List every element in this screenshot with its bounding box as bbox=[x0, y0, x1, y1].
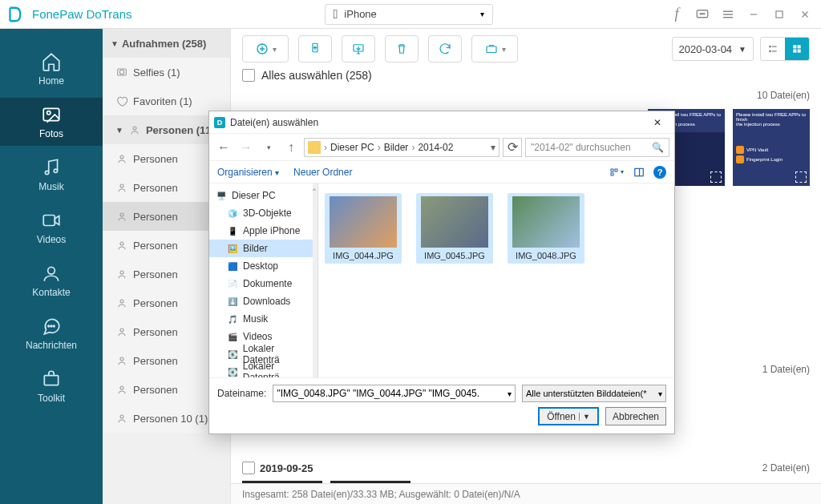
to-device-button[interactable] bbox=[298, 35, 332, 62]
to-pc-button[interactable] bbox=[342, 35, 375, 62]
titlebar: FonePaw DoTrans  iPhone ▾ f bbox=[0, 0, 821, 29]
chevron-down-icon: ▾ bbox=[502, 45, 506, 54]
svg-rect-9 bbox=[43, 216, 55, 226]
breadcrumb[interactable]: › Dieser PC › Bilder › 2014-02 ▾ bbox=[304, 138, 499, 157]
sidebar-item-contacts[interactable]: Kontakte bbox=[0, 256, 103, 304]
preview-pane-button[interactable] bbox=[631, 164, 647, 180]
sidebar: Home Fotos Musik Videos Kontakte Nachric… bbox=[0, 29, 103, 504]
dialog-title: Datei(en) auswählen bbox=[230, 117, 318, 128]
view-list-button[interactable] bbox=[761, 38, 785, 60]
organise-menu[interactable]: Organisieren ▾ bbox=[217, 167, 279, 178]
group-count: 2 Datei(en) bbox=[762, 462, 810, 474]
status-bar: Insgesamt: 258 Datei(en)/33.33 MB; Ausge… bbox=[231, 483, 821, 504]
group-checkbox[interactable] bbox=[242, 462, 255, 474]
svg-point-15 bbox=[119, 70, 123, 74]
svg-point-19 bbox=[120, 184, 123, 187]
filename-input[interactable]: "IMG_0048.JPG" "IMG_0044.JPG" "IMG_0045.… bbox=[273, 385, 516, 402]
toolbox-button[interactable]: ▾ bbox=[471, 35, 518, 62]
svg-point-7 bbox=[45, 171, 48, 174]
svg-rect-40 bbox=[611, 169, 613, 171]
svg-rect-42 bbox=[611, 173, 613, 175]
nav-forward-button[interactable]: → bbox=[237, 138, 256, 157]
date-filter[interactable]: 2020-03-04 ▼ bbox=[672, 37, 754, 61]
close-button[interactable] bbox=[794, 3, 816, 26]
dialog-tree-item[interactable]: 💽Lokaler Datenträ bbox=[209, 363, 313, 377]
apple-icon:  bbox=[334, 7, 338, 22]
app-title: FonePaw DoTrans bbox=[32, 7, 132, 21]
menu-icon[interactable] bbox=[717, 3, 739, 26]
folder-icon bbox=[308, 141, 321, 154]
sidebar-item-videos[interactable]: Videos bbox=[0, 204, 103, 252]
chevron-down-icon[interactable]: ▾ bbox=[491, 142, 495, 153]
select-indicator-icon bbox=[795, 171, 807, 183]
dialog-tree-item[interactable]: 📱Apple iPhone bbox=[209, 222, 313, 240]
crumb[interactable]: Dieser PC bbox=[330, 142, 374, 153]
dialog-file-grid: IMG_0044.JPGIMG_0045.JPGIMG_0048.JPG bbox=[318, 183, 674, 377]
refresh-button[interactable] bbox=[428, 35, 462, 62]
device-selector[interactable]:  iPhone ▾ bbox=[325, 4, 493, 25]
dialog-tree-item[interactable]: 🧊3D-Objekte bbox=[209, 204, 313, 222]
feedback-icon[interactable] bbox=[691, 3, 714, 26]
select-indicator-icon bbox=[710, 171, 722, 183]
filename-label: Dateiname: bbox=[217, 388, 266, 399]
dialog-close-button[interactable]: ✕ bbox=[645, 113, 669, 132]
dialog-tree-item[interactable]: 🖥️Dieser PC bbox=[209, 187, 313, 204]
refresh-button[interactable]: ⟳ bbox=[503, 138, 522, 157]
sidebar-item-photos[interactable]: Fotos bbox=[0, 98, 103, 146]
new-folder-button[interactable]: Neuer Ordner bbox=[293, 167, 352, 178]
sidebar-item-toolkit[interactable]: Toolkit bbox=[0, 362, 103, 410]
dialog-tree-item[interactable]: 🟦Desktop bbox=[209, 257, 313, 275]
open-button[interactable]: Öffnen ▼ bbox=[538, 407, 599, 425]
photo-thumb[interactable] bbox=[330, 481, 410, 483]
device-label: iPhone bbox=[344, 8, 376, 20]
svg-rect-38 bbox=[793, 50, 796, 53]
dialog-file-item[interactable]: IMG_0048.JPG bbox=[508, 193, 584, 264]
facebook-icon[interactable]: f bbox=[665, 3, 688, 26]
search-input[interactable]: "2014-02" durchsuchen 🔍 bbox=[525, 138, 669, 157]
chevron-down-icon: ▼ bbox=[111, 39, 119, 48]
nav-recent-button[interactable]: ▾ bbox=[259, 138, 278, 157]
dialog-file-item[interactable]: IMG_0045.JPG bbox=[416, 193, 493, 264]
photo-thumb[interactable]: Please install two FREE APPs to finishth… bbox=[733, 109, 810, 186]
tree-item-label: Selfies (1) bbox=[133, 67, 180, 79]
dialog-tree-item[interactable]: 🖼️Bilder bbox=[209, 240, 313, 257]
sidebar-item-music[interactable]: Musik bbox=[0, 151, 103, 199]
date-group-header[interactable]: 2019-09-25 2 Datei(en) bbox=[231, 458, 821, 478]
dialog-tree-item[interactable]: 📄Dokumente bbox=[209, 275, 313, 292]
crumb[interactable]: 2014-02 bbox=[418, 142, 453, 153]
chevron-down-icon: ▾ bbox=[508, 389, 512, 398]
svg-rect-4 bbox=[776, 10, 783, 17]
select-all-row[interactable]: Alles auswählen (258) bbox=[231, 69, 821, 87]
cancel-button[interactable]: Abbrechen bbox=[605, 407, 666, 425]
dialog-folder-tree: 🖥️Dieser PC🧊3D-Objekte📱Apple iPhone🖼️Bil… bbox=[209, 183, 313, 377]
status-text: Insgesamt: 258 Datei(en)/33.33 MB; Ausge… bbox=[242, 489, 520, 500]
svg-point-24 bbox=[120, 329, 123, 332]
svg-rect-41 bbox=[615, 169, 617, 171]
maximize-button[interactable] bbox=[768, 3, 791, 26]
view-mode-button[interactable]: ▾ bbox=[609, 164, 625, 180]
search-placeholder: "2014-02" durchsuchen bbox=[531, 142, 631, 153]
view-grid-button[interactable] bbox=[785, 38, 809, 60]
nav-up-button[interactable]: ↑ bbox=[281, 138, 301, 157]
crumb[interactable]: Bilder bbox=[384, 142, 409, 153]
svg-rect-32 bbox=[769, 46, 770, 47]
dialog-tree-item[interactable]: ⬇️Downloads bbox=[209, 292, 313, 310]
photo-thumb[interactable] bbox=[242, 481, 322, 483]
minimize-button[interactable] bbox=[742, 3, 765, 26]
help-icon[interactable]: ? bbox=[653, 166, 666, 179]
delete-button[interactable] bbox=[385, 35, 419, 62]
tree-header-captures[interactable]: ▼ Aufnahmen (258) bbox=[103, 29, 230, 58]
svg-rect-33 bbox=[769, 50, 770, 52]
sidebar-item-home[interactable]: Home bbox=[0, 45, 103, 93]
nav-back-button[interactable]: ← bbox=[214, 138, 233, 157]
svg-rect-31 bbox=[487, 46, 496, 53]
select-all-checkbox[interactable] bbox=[242, 69, 255, 82]
add-button[interactable]: ▾ bbox=[242, 35, 289, 62]
sidebar-item-messages[interactable]: Nachrichten bbox=[0, 309, 103, 357]
file-type-filter[interactable]: Alle unterstützten Bilddateien(* ▾ bbox=[522, 385, 666, 402]
tree-item-selfies[interactable]: Selfies (1) bbox=[103, 58, 230, 87]
dialog-tree-item[interactable]: 🎵Musik bbox=[209, 310, 313, 328]
dialog-app-icon: D bbox=[214, 117, 225, 128]
svg-point-11 bbox=[48, 325, 50, 327]
dialog-file-item[interactable]: IMG_0044.JPG bbox=[325, 193, 402, 264]
